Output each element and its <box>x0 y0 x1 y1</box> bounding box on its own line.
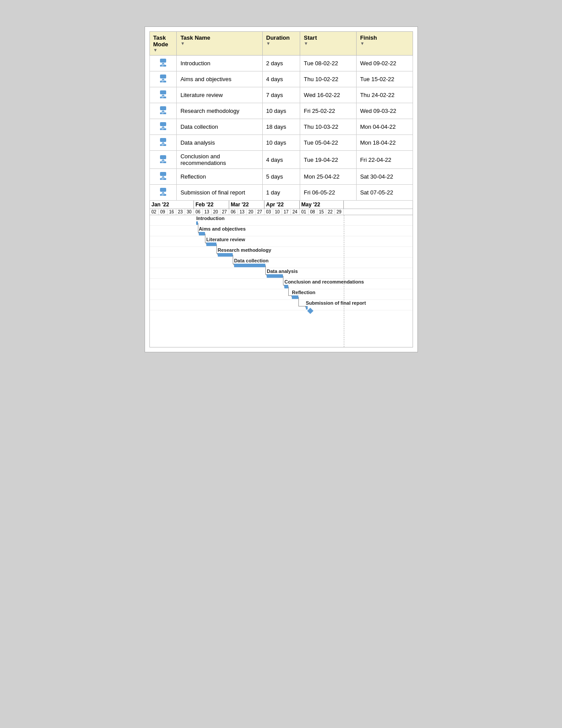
gantt-week-label: 29 <box>335 209 344 215</box>
task-finish-cell: Tue 15-02-22 <box>356 71 413 87</box>
gantt-connector <box>298 297 299 306</box>
table-row: ↺ Reflection5 daysMon 25-04-22Sat 30-04-… <box>149 169 413 185</box>
svg-rect-24 <box>160 155 166 159</box>
task-duration-cell: 7 days <box>262 87 300 103</box>
gantt-month-label: Apr '22 <box>264 201 300 209</box>
svg-marker-33 <box>161 192 165 194</box>
task-name-cell: Submission of final report <box>177 185 262 201</box>
svg-text:↺: ↺ <box>161 144 164 147</box>
task-mode-cell: ↺ <box>149 71 177 87</box>
table-row: ↺ Aims and objectives4 daysThu 10-02-22T… <box>149 71 413 87</box>
gantt-task-label: Reflection <box>292 290 315 295</box>
task-finish-cell: Sat 30-04-22 <box>356 169 413 185</box>
gantt-week-label: 27 <box>256 209 264 215</box>
gantt-task-label: Aims and objectives <box>199 226 246 231</box>
gantt-bar <box>306 306 308 310</box>
gantt-week-label: 13 <box>203 209 212 215</box>
svg-marker-9 <box>161 94 165 96</box>
task-finish-cell: Sat 07-05-22 <box>356 185 413 201</box>
gantt-week-label: 20 <box>247 209 256 215</box>
gantt-bar <box>218 253 233 257</box>
gantt-week-label: 01 <box>300 209 309 215</box>
table-row: ↺ Submission of final report1 dayFri 06-… <box>149 185 413 201</box>
svg-marker-29 <box>161 176 165 178</box>
task-finish-cell: Wed 09-03-22 <box>356 103 413 119</box>
task-mode-cell: ↺ <box>149 185 177 201</box>
gantt-bar <box>284 285 288 288</box>
gantt-task-label: Submission of final report <box>306 300 366 306</box>
task-start-cell: Thu 10-02-22 <box>300 71 357 87</box>
task-mode-cell: ↺ <box>149 135 177 151</box>
gantt-week-label: 23 <box>176 209 185 215</box>
task-name-cell: Introduction <box>177 56 262 71</box>
gantt-week-label: 03 <box>264 209 273 215</box>
task-start-cell: Fri 06-05-22 <box>300 185 357 201</box>
task-duration-cell: 4 days <box>262 71 300 87</box>
task-mode-icon: ↺ <box>159 90 167 99</box>
task-start-cell: Tue 19-04-22 <box>300 151 357 169</box>
col-header-finish[interactable]: Finish ▼ <box>356 32 413 56</box>
gantt-bar <box>234 264 265 267</box>
main-container: TaskMode ▼ Task Name ▼ Duration ▼ Start … <box>145 26 418 352</box>
task-mode-icon: ↺ <box>159 121 167 131</box>
task-mode-cell: ↺ <box>149 56 177 71</box>
gantt-week-label: 06 <box>229 209 238 215</box>
gantt-bar <box>206 243 216 246</box>
task-duration-cell: 2 days <box>262 56 300 71</box>
gantt-month-label: Feb '22 <box>194 201 229 209</box>
col-header-duration[interactable]: Duration ▼ <box>262 32 300 56</box>
gantt-task-label: Data collection <box>234 258 268 263</box>
task-table: TaskMode ▼ Task Name ▼ Duration ▼ Start … <box>149 31 413 201</box>
gantt-task-label: Conclusion and recommendations <box>284 279 364 284</box>
gantt-week-label: 02 <box>150 209 159 215</box>
task-start-cell: Wed 16-02-22 <box>300 87 357 103</box>
gantt-week-label: 16 <box>167 209 176 215</box>
svg-text:↺: ↺ <box>161 194 164 197</box>
gantt-week-label: 24 <box>291 209 300 215</box>
gantt-bar <box>199 232 205 235</box>
table-row: ↺ Research methodology10 daysFri 25-02-2… <box>149 103 413 119</box>
task-finish-cell: Wed 09-02-22 <box>356 56 413 71</box>
gantt-week-label: 06 <box>194 209 203 215</box>
table-row: ↺ Literature review7 daysWed 16-02-22Thu… <box>149 87 413 103</box>
table-row: ↺ Data analysis10 daysTue 05-04-22Mon 18… <box>149 135 413 151</box>
col-header-mode[interactable]: TaskMode ▼ <box>149 32 177 56</box>
svg-rect-4 <box>160 75 166 78</box>
task-start-cell: Fri 25-02-22 <box>300 103 357 119</box>
task-name-cell: Aims and objectives <box>177 71 262 87</box>
svg-marker-13 <box>161 110 165 112</box>
gantt-week-label: 27 <box>220 209 229 215</box>
task-mode-icon: ↺ <box>159 137 167 147</box>
gantt-month-label: Mar '22 <box>229 201 264 209</box>
svg-rect-20 <box>160 138 166 142</box>
task-duration-cell: 1 day <box>262 185 300 201</box>
svg-text:↺: ↺ <box>161 178 164 181</box>
svg-text:↺: ↺ <box>161 81 164 83</box>
gantt-week-label: 20 <box>212 209 220 215</box>
task-mode-cell: ↺ <box>149 169 177 185</box>
task-mode-icon: ↺ <box>159 171 167 181</box>
col-header-name[interactable]: Task Name ▼ <box>177 32 262 56</box>
task-start-cell: Tue 08-02-22 <box>300 56 357 71</box>
gantt-week-label: 17 <box>282 209 291 215</box>
task-mode-cell: ↺ <box>149 151 177 169</box>
task-mode-cell: ↺ <box>149 119 177 135</box>
task-name-cell: Data analysis <box>177 135 262 151</box>
svg-marker-5 <box>161 78 165 80</box>
task-duration-cell: 5 days <box>262 169 300 185</box>
svg-text:↺: ↺ <box>161 65 164 67</box>
svg-rect-28 <box>160 172 166 176</box>
gantt-connector <box>288 287 289 295</box>
col-header-start[interactable]: Start ▼ <box>300 32 357 56</box>
task-mode-cell: ↺ <box>149 103 177 119</box>
svg-text:↺: ↺ <box>161 128 164 131</box>
task-duration-cell: 10 days <box>262 135 300 151</box>
svg-text:↺: ↺ <box>161 112 164 115</box>
task-mode-cell: ↺ <box>149 87 177 103</box>
task-mode-icon: ↺ <box>159 154 167 164</box>
svg-rect-16 <box>160 122 166 126</box>
task-start-cell: Thu 10-03-22 <box>300 119 357 135</box>
task-name-cell: Conclusion andrecommendations <box>177 151 262 169</box>
task-finish-cell: Mon 04-04-22 <box>356 119 413 135</box>
table-row: ↺ Introduction2 daysTue 08-02-22Wed 09-0… <box>149 56 413 71</box>
